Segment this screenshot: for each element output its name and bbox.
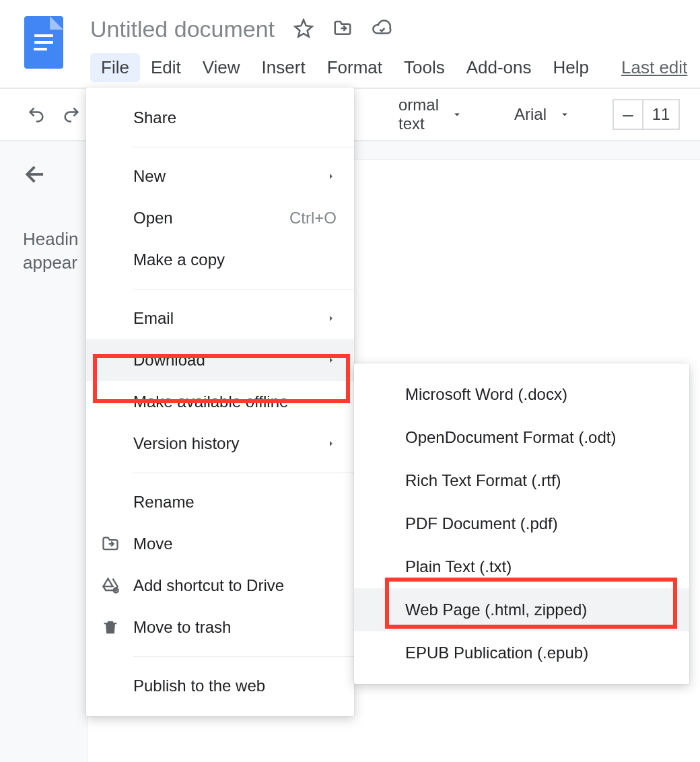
menu-view[interactable]: View xyxy=(192,53,251,82)
menu-item-share[interactable]: Share xyxy=(86,97,354,139)
menu-item-label: New xyxy=(133,167,166,186)
menu-separator xyxy=(133,289,354,289)
file-menu-dropdown: Share New Open Ctrl+O Make a copy Email … xyxy=(86,88,354,716)
redo-icon[interactable] xyxy=(62,105,81,124)
menu-item-new[interactable]: New xyxy=(86,155,354,197)
menu-item-publish-to-the-web[interactable]: Publish to the web xyxy=(86,665,354,707)
submenu-arrow-icon xyxy=(326,434,337,453)
submenu-arrow-icon xyxy=(326,309,337,328)
font-family-label: Arial xyxy=(514,105,547,124)
menu-item-label: Make a copy xyxy=(133,250,225,269)
cloud-status-icon[interactable] xyxy=(372,18,392,41)
folder-move-icon xyxy=(100,533,121,555)
menu-tools[interactable]: Tools xyxy=(393,53,456,82)
menu-item-label: Move xyxy=(133,534,173,553)
menu-format[interactable]: Format xyxy=(316,53,393,82)
submenu-item-label: Microsoft Word (.docx) xyxy=(405,385,567,404)
menu-item-version-history[interactable]: Version history xyxy=(86,423,354,464)
back-arrow-icon[interactable] xyxy=(23,178,48,189)
menu-item-email[interactable]: Email xyxy=(86,298,354,339)
title-bar: Untitled document File Edit View Insert … xyxy=(0,0,700,89)
drive-shortcut-icon xyxy=(100,575,121,596)
menu-item-label: Publish to the web xyxy=(133,677,265,695)
menu-item-open[interactable]: Open Ctrl+O xyxy=(86,197,354,239)
trash-icon xyxy=(100,617,121,638)
menu-item-label: Open xyxy=(133,209,173,228)
document-title[interactable]: Untitled document xyxy=(90,16,275,42)
menu-item-label: Make available offline xyxy=(133,392,288,411)
menu-bar: File Edit View Insert Format Tools Add-o… xyxy=(90,53,700,82)
menu-item-move-to-trash[interactable]: Move to trash xyxy=(86,607,354,648)
menu-separator xyxy=(133,473,354,473)
submenu-item-label: PDF Document (.pdf) xyxy=(405,514,558,533)
chevron-down-icon xyxy=(451,108,463,120)
font-size-decrease-button[interactable]: – xyxy=(612,99,643,130)
menu-item-add-shortcut-to-drive[interactable]: Add shortcut to Drive xyxy=(86,565,354,607)
outline-placeholder-line: Headin xyxy=(23,228,88,251)
last-edit-link[interactable]: Last edit xyxy=(621,57,687,78)
submenu-item-docx[interactable]: Microsoft Word (.docx) xyxy=(354,373,689,416)
menu-file[interactable]: File xyxy=(90,53,140,82)
download-submenu: Microsoft Word (.docx) OpenDocument Form… xyxy=(354,363,689,684)
menu-item-label: Move to trash xyxy=(133,618,231,637)
submenu-item-txt[interactable]: Plain Text (.txt) xyxy=(354,545,689,588)
submenu-arrow-icon xyxy=(326,167,337,186)
menu-item-make-available-offline[interactable]: Make available offline xyxy=(86,381,354,423)
star-icon[interactable] xyxy=(293,18,314,41)
docs-logo-icon[interactable] xyxy=(24,16,63,69)
outline-pane: Headin appear xyxy=(0,141,88,762)
submenu-item-label: EPUB Publication (.epub) xyxy=(405,644,588,662)
paragraph-style-dropdown[interactable]: ormal text xyxy=(389,96,473,133)
menu-item-label: Add shortcut to Drive xyxy=(133,576,284,595)
menu-item-shortcut: Ctrl+O xyxy=(289,209,337,228)
undo-icon[interactable] xyxy=(27,105,46,124)
move-to-folder-icon[interactable] xyxy=(332,18,353,41)
menu-item-label: Email xyxy=(133,309,174,328)
submenu-item-label: Plain Text (.txt) xyxy=(405,557,512,576)
submenu-arrow-icon xyxy=(326,351,337,370)
menu-item-download[interactable]: Download xyxy=(86,339,354,381)
submenu-item-epub[interactable]: EPUB Publication (.epub) xyxy=(354,631,689,674)
submenu-item-rtf[interactable]: Rich Text Format (.rtf) xyxy=(354,459,689,502)
menu-help[interactable]: Help xyxy=(542,53,600,82)
menu-separator xyxy=(133,147,354,147)
font-family-dropdown[interactable]: Arial xyxy=(505,105,580,124)
menu-item-move[interactable]: Move xyxy=(86,523,354,565)
menu-item-label: Rename xyxy=(133,493,195,512)
chevron-down-icon xyxy=(559,108,571,120)
menu-item-label: Download xyxy=(133,351,205,370)
submenu-item-label: Web Page (.html, zipped) xyxy=(405,600,587,619)
menu-addons[interactable]: Add-ons xyxy=(456,53,542,82)
submenu-item-label: OpenDocument Format (.odt) xyxy=(405,428,616,447)
outline-placeholder-line: appear xyxy=(23,251,88,275)
submenu-item-label: Rich Text Format (.rtf) xyxy=(405,471,561,490)
menu-item-label: Share xyxy=(133,108,176,127)
menu-item-rename[interactable]: Rename xyxy=(86,481,354,523)
menu-separator xyxy=(133,656,354,657)
paragraph-style-label: ormal text xyxy=(398,96,439,133)
submenu-item-html[interactable]: Web Page (.html, zipped) xyxy=(354,588,689,631)
submenu-item-pdf[interactable]: PDF Document (.pdf) xyxy=(354,502,689,545)
menu-edit[interactable]: Edit xyxy=(140,53,192,82)
menu-insert[interactable]: Insert xyxy=(251,53,316,82)
menu-item-make-a-copy[interactable]: Make a copy xyxy=(86,239,354,281)
font-size-value[interactable]: 11 xyxy=(643,99,680,130)
menu-item-label: Version history xyxy=(133,434,239,453)
title-area: Untitled document File Edit View Insert … xyxy=(90,16,700,82)
submenu-item-odt[interactable]: OpenDocument Format (.odt) xyxy=(354,416,689,459)
